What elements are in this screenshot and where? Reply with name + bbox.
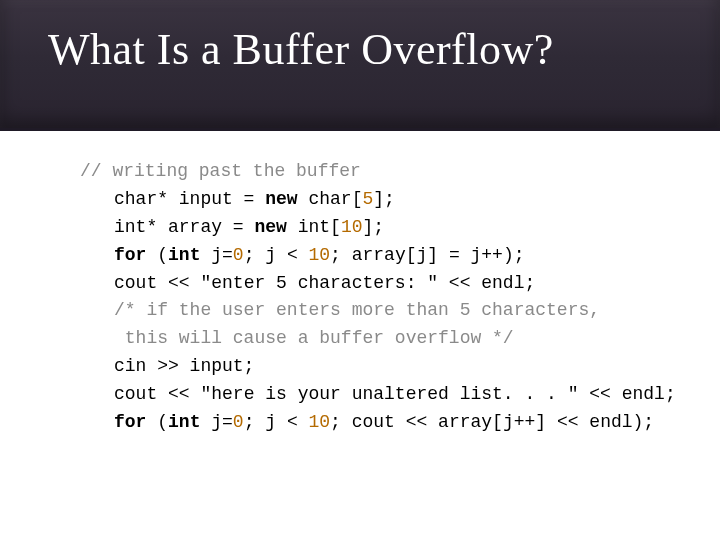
code-text: char* input = <box>114 189 265 209</box>
code-text: ; j < <box>244 245 309 265</box>
code-text: ]; <box>373 189 395 209</box>
code-keyword: new <box>265 189 308 209</box>
code-text: ; array[j] = j++); <box>330 245 524 265</box>
code-text: int* array = <box>114 217 254 237</box>
code-text: char[ <box>308 189 362 209</box>
code-text: << endl; <box>438 273 535 293</box>
code-keyword: for <box>114 245 157 265</box>
code-text: j= <box>211 245 233 265</box>
code-comment: /* if the user enters more than 5 charac… <box>114 300 600 320</box>
code-keyword: int <box>168 245 211 265</box>
code-string: "here is your unaltered list. . . " <box>200 384 578 404</box>
slide: What Is a Buffer Overflow? // writing pa… <box>0 0 720 540</box>
code-comment: // writing past the buffer <box>80 161 361 181</box>
code-number: 0 <box>233 412 244 432</box>
code-number: 10 <box>341 217 363 237</box>
code-line-1: // writing past the buffer <box>80 158 680 186</box>
code-text: j= <box>211 412 233 432</box>
code-line-10: for (int j=0; j < 10; cout << array[j++]… <box>80 409 680 437</box>
code-line-5: cout << "enter 5 characters: " << endl; <box>80 270 680 298</box>
code-string: "enter 5 characters: " <box>200 273 438 293</box>
code-number: 5 <box>362 189 373 209</box>
code-keyword: for <box>114 412 157 432</box>
code-block: // writing past the buffer char* input =… <box>80 158 680 437</box>
code-line-9: cout << "here is your unaltered list. . … <box>80 381 680 409</box>
code-text: ( <box>157 412 168 432</box>
code-text: int[ <box>298 217 341 237</box>
code-text: cout << <box>114 384 200 404</box>
code-number: 10 <box>308 245 330 265</box>
code-line-7: this will cause a buffer overflow */ <box>80 325 680 353</box>
code-line-2: char* input = new char[5]; <box>80 186 680 214</box>
code-line-6: /* if the user enters more than 5 charac… <box>80 297 680 325</box>
code-line-3: int* array = new int[10]; <box>80 214 680 242</box>
code-text: ]; <box>362 217 384 237</box>
code-line-4: for (int j=0; j < 10; array[j] = j++); <box>80 242 680 270</box>
code-text: << endl; <box>578 384 675 404</box>
code-text: ; cout << array[j++] << endl); <box>330 412 654 432</box>
code-keyword: int <box>168 412 211 432</box>
code-text: ; j < <box>244 412 309 432</box>
code-line-8: cin >> input; <box>80 353 680 381</box>
code-comment: this will cause a buffer overflow */ <box>114 328 514 348</box>
code-number: 10 <box>308 412 330 432</box>
code-text: ( <box>157 245 168 265</box>
code-number: 0 <box>233 245 244 265</box>
code-keyword: new <box>254 217 297 237</box>
code-text: cin >> input; <box>114 356 254 376</box>
code-text: cout << <box>114 273 200 293</box>
slide-title: What Is a Buffer Overflow? <box>48 24 680 75</box>
